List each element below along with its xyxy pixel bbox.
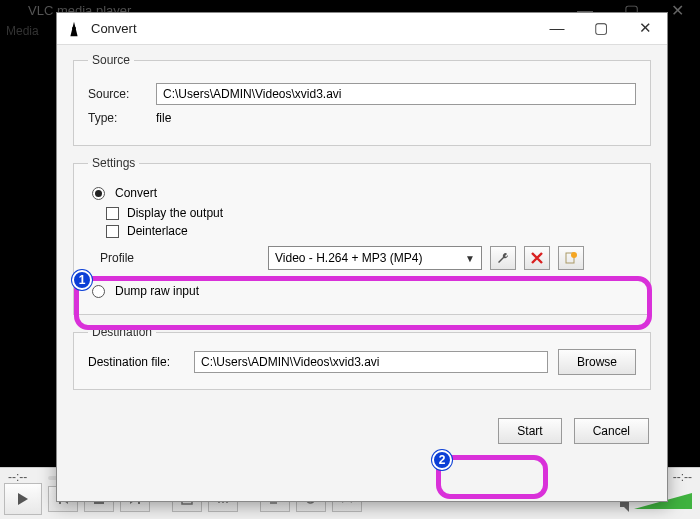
destination-file-input[interactable]	[194, 351, 548, 373]
display-output-label: Display the output	[127, 206, 223, 220]
dialog-close-button[interactable]: ✕	[623, 13, 667, 44]
new-profile-button[interactable]	[558, 246, 584, 270]
elapsed-time: --:--	[8, 470, 27, 484]
deinterlace-label: Deinterlace	[127, 224, 188, 238]
play-icon	[16, 492, 30, 506]
profile-label: Profile	[100, 251, 260, 265]
chevron-down-icon: ▼	[465, 253, 475, 264]
play-button[interactable]	[4, 483, 42, 515]
browse-button[interactable]: Browse	[558, 349, 636, 375]
delete-profile-button[interactable]	[524, 246, 550, 270]
start-button[interactable]: Start	[498, 418, 561, 444]
dialog-title: Convert	[91, 21, 137, 36]
total-time: --:--	[673, 470, 692, 484]
annotation-badge-1: 1	[72, 270, 92, 290]
menu-media[interactable]: Media	[6, 24, 39, 38]
wrench-icon	[496, 251, 510, 265]
profile-value: Video - H.264 + MP3 (MP4)	[275, 251, 423, 265]
display-output-checkbox[interactable]	[106, 207, 119, 220]
dump-raw-radio[interactable]	[92, 285, 105, 298]
destination-legend: Destination	[88, 325, 156, 339]
settings-legend: Settings	[88, 156, 139, 170]
destination-group: Destination Destination file: Browse	[73, 325, 651, 390]
type-label: Type:	[88, 111, 146, 125]
source-label: Source:	[88, 87, 146, 101]
convert-dialog: Convert — ▢ ✕ Source Source: Type: file …	[56, 12, 668, 502]
vlc-cone-icon	[65, 20, 83, 38]
annotation-badge-2: 2	[432, 450, 452, 470]
convert-radio[interactable]	[92, 187, 105, 200]
source-input[interactable]	[156, 83, 636, 105]
delete-x-icon	[531, 252, 543, 264]
dialog-maximize-button[interactable]: ▢	[579, 13, 623, 44]
type-value: file	[156, 111, 171, 125]
cancel-button[interactable]: Cancel	[574, 418, 649, 444]
convert-radio-label: Convert	[115, 186, 157, 200]
vlc-cone-icon	[6, 2, 22, 18]
dump-raw-label: Dump raw input	[115, 284, 199, 298]
deinterlace-checkbox[interactable]	[106, 225, 119, 238]
dialog-minimize-button[interactable]: —	[535, 13, 579, 44]
new-profile-icon	[564, 251, 578, 265]
settings-group: Settings Convert Display the output Dein…	[73, 156, 651, 315]
source-legend: Source	[88, 53, 134, 67]
svg-point-3	[571, 252, 577, 258]
dialog-titlebar[interactable]: Convert — ▢ ✕	[57, 13, 667, 45]
edit-profile-button[interactable]	[490, 246, 516, 270]
destination-file-label: Destination file:	[88, 355, 184, 369]
profile-select[interactable]: Video - H.264 + MP3 (MP4) ▼	[268, 246, 482, 270]
source-group: Source Source: Type: file	[73, 53, 651, 146]
